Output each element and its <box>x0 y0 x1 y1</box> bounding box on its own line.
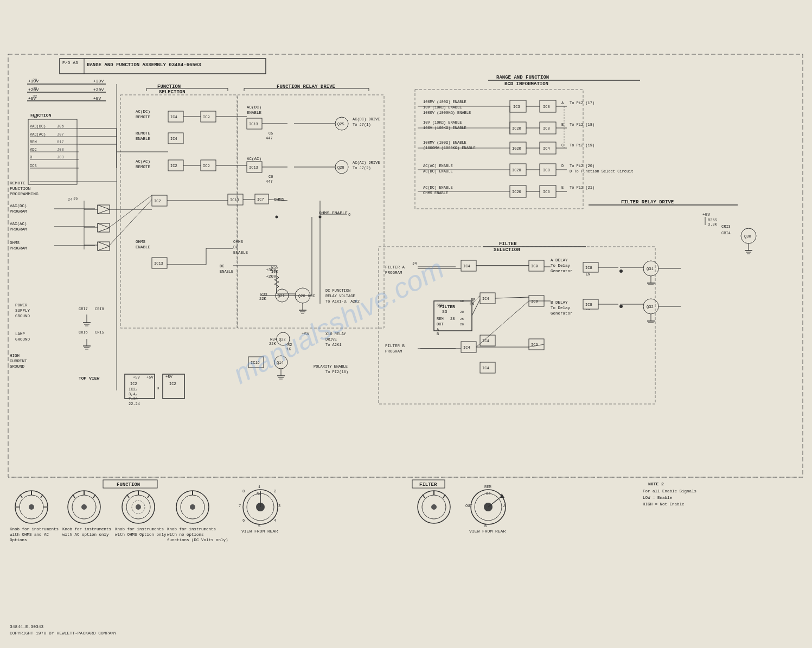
svg-text:10V (10KΩ) ENABLE: 10V (10KΩ) ENABLE <box>423 105 462 110</box>
svg-text:C6: C6 <box>268 175 273 179</box>
svg-text:Knob for instruments: Knob for instruments <box>62 527 111 531</box>
svg-text:PROGRAM: PROGRAM <box>385 349 402 354</box>
svg-text:Q20: Q20 <box>298 294 305 298</box>
svg-text:IC4: IC4 <box>543 146 550 151</box>
svg-text:FUNCTION: FUNCTION <box>10 186 31 191</box>
svg-text:B DELAY: B DELAY <box>551 300 568 305</box>
svg-text:REMOTE: REMOTE <box>10 181 25 185</box>
svg-text:CRI3: CRI3 <box>721 224 731 229</box>
svg-text:Q30: Q30 <box>744 234 751 239</box>
svg-text:28: 28 <box>450 317 455 321</box>
svg-text:GROUND: GROUND <box>15 337 30 342</box>
svg-text:TOP VIEW: TOP VIEW <box>79 376 100 381</box>
svg-text:REM: REM <box>437 317 444 321</box>
svg-text:D: D <box>561 164 564 168</box>
svg-text:B: B <box>561 123 564 127</box>
svg-point-392 <box>190 504 195 510</box>
svg-text:1: 1 <box>258 485 260 489</box>
svg-text:3,4,: 3,4, <box>129 392 138 396</box>
svg-text:DC FUNCTION: DC FUNCTION <box>325 288 350 293</box>
svg-text:FILTER: FILTER <box>419 482 437 487</box>
svg-text:OUT: OUT <box>465 504 472 508</box>
svg-text:IC5: IC5 <box>30 164 37 168</box>
svg-text:+5V: +5V <box>93 96 101 101</box>
svg-point-371 <box>29 504 34 510</box>
svg-text:To Pi2 (21): To Pi2 (21) <box>570 185 594 190</box>
svg-text:VAC(DC): VAC(DC) <box>10 204 27 208</box>
svg-text:FILTER: FILTER <box>499 241 517 247</box>
svg-text:VAC(AC): VAC(AC) <box>30 132 46 137</box>
svg-text:24: 24 <box>68 197 72 202</box>
svg-text:3: 3 <box>278 504 280 508</box>
svg-point-385 <box>136 504 141 510</box>
svg-text:25: 25 <box>460 317 464 321</box>
svg-rect-0 <box>0 0 812 648</box>
svg-text:CURRENT: CURRENT <box>10 359 27 363</box>
svg-text:C5: C5 <box>268 131 273 136</box>
svg-text:IC8: IC8 <box>543 105 550 109</box>
svg-text:To J7(2): To J7(2) <box>353 166 371 170</box>
svg-text:IC4: IC4 <box>170 115 177 119</box>
svg-text:22-24: 22-24 <box>129 402 140 406</box>
svg-text:AC(DC) DRIVE: AC(DC) DRIVE <box>353 117 380 121</box>
svg-text:REMOTE: REMOTE <box>136 165 151 169</box>
svg-text:IC8: IC8 <box>543 126 550 131</box>
svg-text:ENABLE: ENABLE <box>220 270 233 274</box>
svg-text:VAC(AC): VAC(AC) <box>10 222 27 226</box>
svg-text:PROGRAM: PROGRAM <box>10 209 27 214</box>
svg-text:To Pi2 (20): To Pi2 (20) <box>570 164 594 168</box>
svg-text:R33: R33 <box>260 292 267 297</box>
svg-text:LAMP: LAMP <box>15 332 25 336</box>
svg-text:COPYRIGHT 1970 BY HEWLETT-PACK: COPYRIGHT 1970 BY HEWLETT-PACKARD COMPAN… <box>10 631 117 636</box>
svg-text:S3: S3 <box>442 309 447 314</box>
svg-text:SELECTION: SELECTION <box>159 89 186 95</box>
svg-text:6: 6 <box>348 213 350 217</box>
svg-text:RANGE AND FUNCTION ASSEMBLY  0: RANGE AND FUNCTION ASSEMBLY 03484-66503 <box>87 62 201 68</box>
svg-text:IC4: IC4 <box>482 366 489 370</box>
svg-text:IC9: IC9 <box>531 264 538 268</box>
svg-text:Q28: Q28 <box>337 165 344 170</box>
svg-text:CRI4: CRI4 <box>721 231 731 235</box>
svg-text:To J7(1): To J7(1) <box>353 123 371 127</box>
svg-point-201 <box>619 305 623 308</box>
svg-point-462 <box>276 216 278 219</box>
svg-text:J03: J03 <box>57 155 64 159</box>
svg-text:10V (10KΩ) ENABLE: 10V (10KΩ) ENABLE <box>423 120 462 125</box>
svg-text:Options: Options <box>10 538 27 542</box>
svg-text:POLARITY ENABLE: POLARITY ENABLE <box>314 364 348 369</box>
svg-text:J06: J06 <box>57 124 64 129</box>
svg-text:6: 6 <box>242 518 245 523</box>
svg-text:CRI6: CRI6 <box>79 330 88 335</box>
svg-text:LOW = Enable: LOW = Enable <box>643 496 672 500</box>
svg-text:Knob for instruments: Knob for instruments <box>115 527 164 531</box>
svg-text:IC13: IC13 <box>249 165 258 170</box>
svg-text:To Delay: To Delay <box>551 306 571 310</box>
svg-text:IC4: IC4 <box>463 345 470 350</box>
svg-text:Q32: Q32 <box>647 305 654 309</box>
svg-text:R36S: R36S <box>708 218 717 222</box>
svg-text:RANGE AND FUNCTION: RANGE AND FUNCTION <box>496 75 549 80</box>
svg-text:4: 4 <box>274 518 276 523</box>
svg-point-181 <box>619 270 623 273</box>
svg-text:FUNCTION RELAY DRIVE: FUNCTION RELAY DRIVE <box>277 84 336 89</box>
svg-text:100MV (100Ω) ENABLE: 100MV (100Ω) ENABLE <box>423 100 466 104</box>
svg-text:IC4: IC4 <box>482 297 489 301</box>
svg-text:29: 29 <box>33 78 37 82</box>
svg-text:5: 5 <box>258 524 260 528</box>
svg-text:EN: EN <box>586 272 590 277</box>
svg-text:SELECTION: SELECTION <box>494 247 520 253</box>
svg-text:2: 2 <box>274 489 276 493</box>
svg-text:+5V: +5V <box>146 375 154 380</box>
svg-text:HIGH = Not Enable: HIGH = Not Enable <box>643 502 685 506</box>
svg-text:IC3: IC3 <box>513 105 520 109</box>
svg-text:3.3K: 3.3K <box>708 222 718 227</box>
svg-text:REMOTE: REMOTE <box>136 131 151 136</box>
svg-text:+30V: +30V <box>93 79 104 84</box>
svg-text:IC2: IC2 <box>130 382 137 386</box>
svg-text:447: 447 <box>266 136 273 140</box>
svg-text:IC2: IC2 <box>169 382 176 386</box>
svg-text:with no options: with no options <box>167 532 204 537</box>
svg-text:B: B <box>437 332 439 336</box>
svg-text:REM: REM <box>30 140 37 144</box>
svg-text:Knob for instruments: Knob for instruments <box>10 527 59 531</box>
